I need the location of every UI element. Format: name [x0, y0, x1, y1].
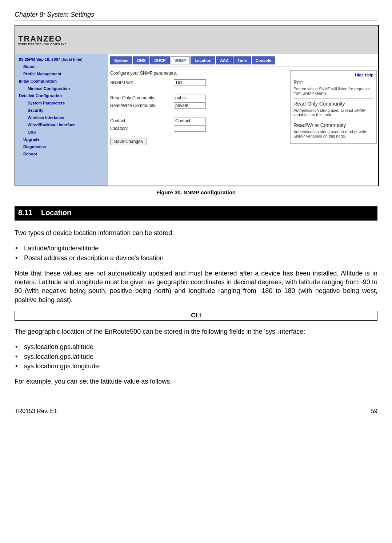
- help-ro-heading: Read-Only Community: [293, 101, 373, 107]
- main-panel: System DNS DHCP SNMP Location AAA Time C…: [108, 54, 378, 186]
- sidebar: 03:25PM Sep 10, 2007 (local time) Status…: [15, 54, 108, 186]
- sidebar-datetime: 03:25PM Sep 10, 2007 (local time): [15, 56, 108, 63]
- hide-help-link[interactable]: Hide Help: [293, 73, 373, 77]
- list-item: sys.location.gps.altitude: [24, 342, 377, 351]
- logo: TRANZEO WIRELESS TECHNOLOGIES INC.: [18, 34, 68, 45]
- list-item: sys.location.gps.longitude: [24, 362, 377, 370]
- sidebar-item-profile[interactable]: Profile Management: [15, 70, 108, 78]
- footer-page-number: 59: [371, 408, 377, 415]
- logo-subtext: WIRELESS TECHNOLOGIES INC.: [18, 43, 68, 45]
- tab-console[interactable]: Console: [252, 56, 275, 64]
- section-banner: 8.11 Location: [15, 206, 377, 221]
- cli-heading-box: CLI: [15, 311, 377, 321]
- snmp-screenshot: TRANZEO WIRELESS TECHNOLOGIES INC. 03:25…: [15, 25, 379, 186]
- sidebar-item-wireless[interactable]: Wireless Interfaces: [15, 114, 108, 121]
- list-item: Postal address or description a device's…: [24, 254, 377, 262]
- footer-doc-rev: TR0153 Rev. E1: [15, 408, 57, 415]
- help-port-heading: Port: [293, 79, 373, 85]
- snmp-port-input[interactable]: [174, 79, 206, 86]
- section-number: 8.11: [18, 209, 32, 217]
- para-note: Note that these values are not automatic…: [15, 269, 377, 304]
- rw-community-label: Read/Write Community:: [110, 103, 174, 108]
- tab-system[interactable]: System: [110, 56, 132, 64]
- help-rw-text: Authentication string used to read or wr…: [293, 130, 373, 138]
- list-item: Latitude/longitude/altitude: [24, 244, 377, 253]
- logo-bar: TRANZEO WIRELESS TECHNOLOGIES INC.: [15, 25, 378, 54]
- ro-community-label: Read-Only Community:: [110, 95, 174, 100]
- sidebar-item-diagnostics[interactable]: Diagnostics: [15, 143, 108, 150]
- location-input[interactable]: [174, 125, 206, 132]
- location-label: Location:: [110, 126, 174, 131]
- sidebar-item-upgrade[interactable]: Upgrade: [15, 136, 108, 143]
- bullets-location-types: Latitude/longitude/altitude Postal addre…: [15, 244, 377, 262]
- tab-snmp[interactable]: SNMP: [171, 56, 190, 64]
- sidebar-item-reboot[interactable]: Reboot: [15, 150, 108, 158]
- save-changes-button[interactable]: Save Changes: [110, 138, 147, 145]
- snmp-port-label: SNMP Port:: [110, 80, 174, 85]
- help-port-text: Port on which SNMP will listen for reque…: [293, 87, 373, 95]
- contact-label: Contact:: [110, 118, 174, 123]
- sidebar-item-security[interactable]: Security: [15, 107, 108, 114]
- figure-caption: Figure 30. SNMP configuration: [15, 189, 377, 195]
- para-intro: Two types of device location information…: [15, 229, 377, 237]
- tab-aaa[interactable]: AAA: [216, 56, 233, 64]
- help-panel: Hide Help Port Port on which SNMP will l…: [290, 70, 377, 144]
- para-example: For example, you can set the latitude va…: [15, 377, 377, 386]
- para-cli-intro: The geographic location of the EnRoute50…: [15, 327, 377, 336]
- contact-input[interactable]: [174, 118, 206, 124]
- list-item: sys.location.gps.latitude: [24, 352, 377, 361]
- logo-text: TRANZEO: [18, 34, 62, 43]
- sidebar-item-qos[interactable]: QoS: [15, 128, 108, 136]
- ro-community-input[interactable]: [174, 95, 206, 101]
- tab-time[interactable]: Time: [233, 56, 251, 64]
- sidebar-item-system-params[interactable]: System Parameters: [15, 99, 108, 107]
- page-footer: TR0153 Rev. E1 59: [15, 408, 377, 415]
- tab-dhcp[interactable]: DHCP: [150, 56, 169, 64]
- bullets-sys-fields: sys.location.gps.altitude sys.location.g…: [15, 342, 377, 370]
- sidebar-item-initial-config[interactable]: Initial Configuration: [15, 78, 108, 85]
- tab-location[interactable]: Location: [191, 56, 215, 64]
- header-rule: [15, 20, 377, 20]
- sidebar-item-detailed-config[interactable]: Detailed Configuration: [15, 92, 108, 99]
- section-title: Location: [41, 209, 71, 217]
- help-rw-heading: Read/Write Community: [293, 122, 373, 128]
- sidebar-item-status[interactable]: Status: [15, 63, 108, 70]
- sidebar-item-minimal-config[interactable]: Minimal Configuration: [15, 85, 108, 92]
- tab-row: System DNS DHCP SNMP Location AAA Time C…: [110, 56, 375, 64]
- tab-dns[interactable]: DNS: [133, 56, 149, 64]
- sidebar-item-wired-backhaul[interactable]: Wired/Backhaul Interface: [15, 121, 108, 128]
- chapter-header: Chapter 8: System Settings: [15, 11, 377, 19]
- help-ro-text: Authentication string used to read SNMP …: [293, 108, 373, 117]
- rw-community-input[interactable]: [174, 102, 206, 109]
